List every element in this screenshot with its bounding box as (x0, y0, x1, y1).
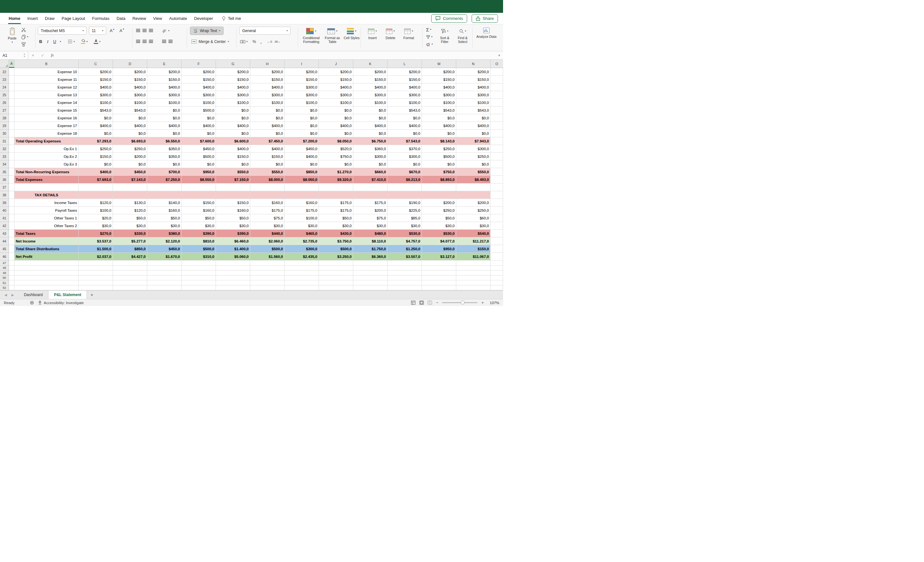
align-bottom-icon[interactable] (149, 29, 153, 32)
cell-O28[interactable] (490, 114, 503, 122)
cell-N25[interactable]: $300,0 (456, 91, 490, 99)
cell-B27[interactable]: Expense 15 (14, 106, 79, 114)
cell-I28[interactable]: $0,0 (285, 114, 319, 122)
cell-B33[interactable]: Op.Ex 2 (14, 153, 79, 160)
align-top-icon[interactable] (136, 29, 140, 32)
decrease-decimal-icon[interactable]: .00→ (274, 40, 281, 43)
cell-J29[interactable]: $400,0 (319, 122, 353, 130)
cell-H42[interactable]: $30,0 (250, 222, 285, 230)
cell-K32[interactable]: $360,0 (353, 145, 388, 153)
zoom-slider[interactable] (442, 302, 477, 303)
cell-H22[interactable]: $200,0 (250, 68, 285, 76)
cell-G26[interactable]: $100,0 (216, 99, 250, 106)
cell-B37[interactable] (14, 183, 79, 191)
analyze-data-button[interactable]: Analyze Data (476, 26, 496, 39)
cell-L25[interactable]: $300,0 (388, 91, 422, 99)
row-header-26[interactable]: 26 (0, 99, 9, 106)
cell-N41[interactable]: $60,0 (456, 214, 490, 222)
cell-F39[interactable]: $150,0 (182, 199, 216, 207)
cell-K42[interactable]: $30,0 (353, 222, 388, 230)
cell-J37[interactable] (319, 183, 353, 191)
cell-M33[interactable]: $500,0 (422, 153, 456, 160)
cell-G35[interactable]: $550,0 (216, 168, 250, 176)
cell-K50[interactable] (353, 276, 388, 281)
cell-G45[interactable]: $1.400,0 (216, 245, 250, 253)
cell-O41[interactable] (490, 214, 503, 222)
cell-J32[interactable]: $520,0 (319, 145, 353, 153)
cell-F27[interactable]: $500,0 (182, 106, 216, 114)
paste-button[interactable]: Paste ▾ (4, 26, 20, 43)
cell-B43[interactable]: Total Taxes (14, 230, 79, 237)
cell-C38[interactable] (79, 191, 113, 199)
zoom-slider-knob[interactable] (461, 301, 465, 304)
cell-I39[interactable]: $160,0 (285, 199, 319, 207)
cell-F32[interactable]: $450,0 (182, 145, 216, 153)
italic-button[interactable]: I (45, 38, 50, 45)
cell-J40[interactable]: $175,0 (319, 207, 353, 214)
cell-A45[interactable] (9, 245, 14, 253)
cell-E34[interactable]: $0,0 (147, 160, 182, 168)
cancel-icon[interactable]: × (28, 53, 38, 58)
cell-E24[interactable]: $400,0 (147, 83, 182, 91)
cell-I32[interactable]: $450,0 (285, 145, 319, 153)
cell-O22[interactable] (490, 68, 503, 76)
font-color-button[interactable]: A▾ (93, 39, 101, 45)
cell-L31[interactable]: $7.543,0 (388, 137, 422, 145)
cell-J36[interactable]: $9.320,0 (319, 176, 353, 183)
cell-M47[interactable] (422, 261, 456, 265)
cell-B29[interactable]: Expense 17 (14, 122, 79, 130)
cell-E35[interactable]: $700,0 (147, 168, 182, 176)
cell-E22[interactable]: $200,0 (147, 68, 182, 76)
row-header-40[interactable]: 40 (0, 207, 9, 214)
comma-style-icon[interactable]: , (260, 39, 261, 45)
cell-N48[interactable] (456, 265, 490, 271)
cell-M44[interactable]: $4.077,0 (422, 237, 456, 245)
cell-K27[interactable]: $0,0 (353, 106, 388, 114)
conditional-formatting-button[interactable]: ▾ Conditional Formatting (301, 26, 321, 49)
column-header-f[interactable]: F (182, 60, 216, 68)
cell-B46[interactable]: Net Profit (14, 253, 79, 261)
cell-L34[interactable]: $0,0 (388, 160, 422, 168)
cell-A32[interactable] (9, 145, 14, 153)
cell-K45[interactable]: $1.750,0 (353, 245, 388, 253)
cell-A30[interactable] (9, 130, 14, 137)
cell-F37[interactable] (182, 183, 216, 191)
row-header-38[interactable]: 38 (0, 191, 9, 199)
zoom-in-icon[interactable]: + (481, 300, 484, 305)
row-header-31[interactable]: 31 (0, 137, 9, 145)
sort-filter-button[interactable]: ▾ Sort & Filter (436, 26, 453, 49)
cell-D29[interactable]: $400,0 (113, 122, 147, 130)
cell-L47[interactable] (388, 261, 422, 265)
cell-H23[interactable]: $150,0 (250, 76, 285, 83)
row-header-43[interactable]: 43 (0, 230, 9, 237)
cell-E32[interactable]: $350,0 (147, 145, 182, 153)
cell-K36[interactable]: $7.410,0 (353, 176, 388, 183)
cell-J43[interactable]: $430,0 (319, 230, 353, 237)
cell-C28[interactable]: $0,0 (79, 114, 113, 122)
row-header-30[interactable]: 30 (0, 130, 9, 137)
cell-E51[interactable] (147, 280, 182, 285)
cell-D27[interactable]: $543,0 (113, 106, 147, 114)
number-format-select[interactable]: General▾ (239, 27, 291, 34)
name-box-stepper-icon[interactable]: ▲▼ (23, 53, 26, 57)
cell-H34[interactable]: $0,0 (250, 160, 285, 168)
cell-K22[interactable]: $200,0 (353, 68, 388, 76)
percent-style-icon[interactable]: % (252, 39, 256, 44)
cell-C29[interactable]: $400,0 (79, 122, 113, 130)
cell-B44[interactable]: Net Income (14, 237, 79, 245)
cell-I43[interactable]: $465,0 (285, 230, 319, 237)
cell-D45[interactable]: $850,0 (113, 245, 147, 253)
add-sheet-button[interactable]: + (87, 291, 97, 299)
tell-me-button[interactable]: Tell me (222, 16, 241, 21)
cell-B31[interactable]: Total Operating Expenses (14, 137, 79, 145)
cell-H32[interactable]: $400,0 (250, 145, 285, 153)
cell-B40[interactable]: Payroll Taxes (14, 207, 79, 214)
cell-B23[interactable]: Expense 11 (14, 76, 79, 83)
cell-G31[interactable]: $6.600,0 (216, 137, 250, 145)
cell-N51[interactable] (456, 280, 490, 285)
cell-O45[interactable] (490, 245, 503, 253)
cell-G27[interactable]: $0,0 (216, 106, 250, 114)
row-header-34[interactable]: 34 (0, 160, 9, 168)
cell-J51[interactable] (319, 280, 353, 285)
cell-G37[interactable] (216, 183, 250, 191)
